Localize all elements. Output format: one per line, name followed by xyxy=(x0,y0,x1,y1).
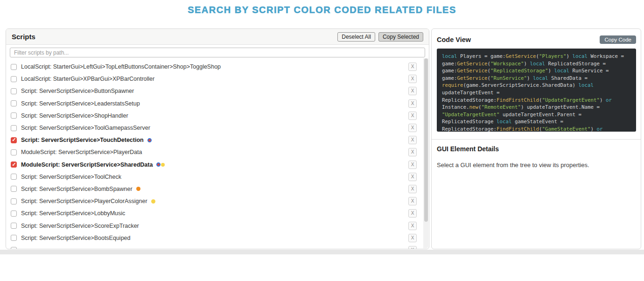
checkbox-icon[interactable] xyxy=(11,247,17,249)
code-token-kw: local xyxy=(573,53,588,59)
list-item: ModuleScript: ServerScriptService>Shared… xyxy=(11,159,417,171)
code-token-pl: ) xyxy=(548,68,554,74)
code-token-str: "RunService" xyxy=(490,75,527,81)
code-token-kw: local xyxy=(554,68,570,74)
remove-script-button[interactable]: X xyxy=(408,124,417,132)
code-and-details-panel: Code View Copy Code local Players = game… xyxy=(431,28,641,249)
script-path-label: Script: ServerScriptService>ToolCheck xyxy=(21,174,121,180)
checkbox-icon[interactable] xyxy=(11,76,17,82)
color-code-dot-icon xyxy=(156,162,161,167)
code-token-kw: local xyxy=(442,53,457,59)
remove-script-button[interactable]: X xyxy=(408,234,417,242)
script-path-label: Script: ServerScriptService>ToolGamepass… xyxy=(21,125,150,131)
checkbox-icon[interactable] xyxy=(11,149,17,155)
remove-script-button[interactable]: X xyxy=(408,112,417,120)
remove-script-button[interactable]: X xyxy=(408,209,417,218)
code-token-fn: require xyxy=(442,82,463,88)
code-view-block[interactable]: local Players = game:GetService("Players… xyxy=(437,49,636,132)
checkbox-checked-icon[interactable] xyxy=(11,137,17,143)
code-token-kw: local xyxy=(530,61,546,67)
remove-script-button[interactable]: X xyxy=(408,75,417,83)
checkbox-icon[interactable] xyxy=(11,211,17,217)
code-token-pl: ) xyxy=(527,75,533,81)
code-token-str: "Players" xyxy=(539,53,567,59)
code-token-pl: (game.ServerScriptService.SharedData) xyxy=(463,82,579,88)
list-item: Script: ServerScriptService>ScoreExpTrac… xyxy=(11,219,417,232)
copy-selected-button[interactable]: Copy Selected xyxy=(378,32,423,42)
code-token-fn: FindFirstChild xyxy=(497,126,539,132)
filter-scripts-input[interactable] xyxy=(10,48,425,57)
checkbox-icon[interactable] xyxy=(11,235,17,241)
remove-script-button[interactable]: X xyxy=(408,148,417,156)
scripts-header-buttons: Deselect All Copy Selected xyxy=(337,32,423,42)
checkbox-icon[interactable] xyxy=(11,198,17,204)
checkbox-icon[interactable] xyxy=(11,88,17,94)
checkbox-icon[interactable] xyxy=(11,174,17,180)
checkbox-icon[interactable] xyxy=(11,125,17,131)
script-path-label: Script: ServerScriptService>TouchDetecti… xyxy=(21,137,144,143)
code-token-fn: GetService xyxy=(506,53,536,59)
deselect-all-button[interactable]: Deselect All xyxy=(337,32,375,42)
code-view-header: Code View Copy Code xyxy=(437,35,636,44)
script-path-label: Script: ServerScriptService>BootsEquiped xyxy=(21,235,131,241)
code-token-pl: ) xyxy=(567,53,573,59)
code-token-str: "RemoteEvent" xyxy=(482,104,521,110)
remove-script-button[interactable]: X xyxy=(408,173,417,181)
checkbox-icon[interactable] xyxy=(11,223,17,229)
script-path-label: LocalScript: StarterGui>LeftGui>TopLeftB… xyxy=(21,63,221,70)
script-path-label: Script: ServerScriptService>ButtonSpawne… xyxy=(21,88,134,94)
remove-script-button[interactable]: X xyxy=(408,161,417,169)
list-item: Script: ServerScriptService>ToolCheckX xyxy=(11,171,417,183)
remove-script-button[interactable]: X xyxy=(408,87,417,95)
remove-script-button[interactable]: X xyxy=(408,63,417,71)
checkbox-icon[interactable] xyxy=(11,100,17,106)
scripts-panel-header: Scripts Deselect All Copy Selected xyxy=(6,29,429,45)
list-item: Script: ServerScriptService>PlayerColorA… xyxy=(11,195,417,207)
color-code-dot-icon xyxy=(151,199,155,204)
code-token-str: "UpdateTargetEvent" xyxy=(542,97,600,103)
remove-script-button[interactable]: X xyxy=(408,197,417,205)
script-list-scrollbar[interactable] xyxy=(423,58,428,248)
code-token-str: "GameStateEvent" xyxy=(542,126,591,132)
code-token-fn: new xyxy=(469,104,479,110)
remove-script-button[interactable]: X xyxy=(408,136,417,144)
code-token-kw: local xyxy=(533,75,548,81)
list-item: Script: ServerScriptService>BombSpawnerX xyxy=(11,183,417,195)
checkbox-icon[interactable] xyxy=(11,112,17,119)
checkbox-icon[interactable] xyxy=(11,186,17,192)
panel-divider xyxy=(432,139,641,140)
scrollbar-thumb[interactable] xyxy=(424,58,428,222)
code-token-kw: local xyxy=(579,82,594,88)
remove-script-button[interactable]: X xyxy=(408,222,417,230)
code-token-fn: FindFirstChild xyxy=(497,97,539,103)
page-title: Search by Script Color Coded Related Fil… xyxy=(0,5,644,15)
list-item: Script: ServerScriptService>ToolGamepass… xyxy=(11,122,417,134)
remove-script-button[interactable]: X xyxy=(408,246,417,249)
list-item: Script: ServerScriptService>LobbyMusicX xyxy=(11,207,417,219)
script-path-label: Script: ServerScriptService>ShopHandler xyxy=(21,112,128,119)
color-code-dot-icon xyxy=(136,187,140,191)
scripts-panel-title: Scripts xyxy=(12,33,35,41)
gui-element-details-placeholder: Select a GUI element from the tree to vi… xyxy=(437,162,636,169)
remove-script-button[interactable]: X xyxy=(408,185,417,193)
code-token-pl: ) xyxy=(591,126,597,132)
list-item: Script: ServerScriptService>TouchDetecti… xyxy=(11,134,417,146)
code-token-fn: GetService xyxy=(457,75,488,81)
script-path-label: Script: ServerScriptService>LobbyMusic xyxy=(21,210,125,217)
list-item: Script: ServerScriptService>ShopHandlerX xyxy=(11,110,417,122)
code-token-pl: SharedData = xyxy=(548,75,591,81)
remove-script-button[interactable]: X xyxy=(408,99,417,108)
code-token-pl: ) xyxy=(600,97,606,103)
checkbox-checked-icon[interactable] xyxy=(11,162,17,168)
code-view-title: Code View xyxy=(437,36,471,43)
code-token-fn: GetService xyxy=(457,68,488,74)
main-content: Scripts Deselect All Copy Selected Local… xyxy=(6,28,641,249)
color-code-dot-icon xyxy=(161,163,165,167)
checkbox-icon[interactable] xyxy=(11,64,17,70)
script-path-label: Script: ServerScriptService>BombSpawner xyxy=(21,186,133,192)
script-path-label: Script: ServerScriptService>PlayerColorA… xyxy=(21,198,147,204)
code-token-fn: GetService xyxy=(457,61,488,67)
copy-code-button[interactable]: Copy Code xyxy=(600,35,636,44)
code-token-kw: or xyxy=(597,126,603,132)
filter-wrap xyxy=(6,45,429,60)
